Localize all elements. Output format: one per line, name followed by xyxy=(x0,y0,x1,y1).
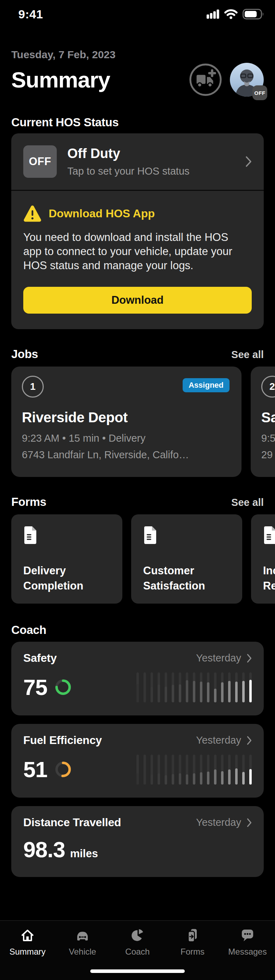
tab-label: Forms xyxy=(181,947,205,957)
chevron-right-icon xyxy=(247,654,252,663)
job-card[interactable]: 1 Assigned Riverside Depot 9:23 AM • 15 … xyxy=(11,366,242,477)
coach-card-title: Fuel Efficiency xyxy=(23,734,102,747)
safety-score-ring xyxy=(54,678,72,696)
job-number-badge: 1 xyxy=(22,376,44,398)
page-header: Tuesday, 7 Feb, 2023 Summary xyxy=(0,49,275,97)
coach-card-title: Distance Travelled xyxy=(23,816,121,829)
tab-messages[interactable]: Messages xyxy=(220,921,275,980)
coach-card-title: Safety xyxy=(23,652,57,665)
home-indicator[interactable] xyxy=(90,969,185,973)
form-label: IncRep xyxy=(263,563,275,593)
form-card[interactable]: CustomerSatisfaction xyxy=(131,514,242,604)
job-meta: 9:5 xyxy=(261,433,275,444)
forms-see-all-link[interactable]: See all xyxy=(231,497,264,508)
profile-avatar[interactable]: OFF xyxy=(230,63,264,97)
form-label: DeliveryCompletion xyxy=(23,563,110,593)
form-card[interactable]: DeliveryCompletion xyxy=(11,514,122,604)
tab-label: Summary xyxy=(10,947,46,957)
hos-status-square: OFF xyxy=(23,145,57,178)
forms-section-title: Forms xyxy=(11,495,46,509)
hos-section-title: Current HOS Status xyxy=(11,116,118,129)
tab-label: Messages xyxy=(228,947,267,957)
job-status-badge: Assigned xyxy=(183,378,229,392)
job-title: Riverside Depot xyxy=(22,410,231,425)
wifi-icon xyxy=(224,9,238,19)
hos-status-row[interactable]: OFF Off Duty Tap to set your HOS status xyxy=(11,134,264,190)
chevron-right-icon xyxy=(247,736,252,745)
header-date: Tuesday, 7 Feb, 2023 xyxy=(11,49,264,60)
hos-warning-block: Download HOS App You need to download an… xyxy=(11,191,264,329)
jobs-see-all-link[interactable]: See all xyxy=(231,349,264,361)
hos-status-label: Off Duty xyxy=(67,146,235,161)
job-number-badge: 2 xyxy=(261,376,275,398)
chevron-right-icon xyxy=(245,156,252,167)
tab-summary[interactable]: Summary xyxy=(0,921,55,980)
coach-period-label: Yesterday xyxy=(196,817,241,828)
safety-bar-chart xyxy=(137,672,252,702)
job-card[interactable]: 2 Sa 9:5 29 xyxy=(251,366,275,477)
home-icon xyxy=(19,926,36,944)
distance-unit: miles xyxy=(70,847,98,860)
coach-section-title: Coach xyxy=(11,624,46,637)
jobs-carousel: 1 Assigned Riverside Depot 9:23 AM • 15 … xyxy=(0,366,275,477)
coach-card-fuel-efficiency[interactable]: Fuel Efficiency Yesterday 51 xyxy=(11,724,264,798)
distance-value: 98.3 xyxy=(23,837,65,862)
document-icon xyxy=(23,527,37,544)
signal-icon xyxy=(207,10,219,19)
coach-card-distance[interactable]: Distance Travelled Yesterday 98.3 miles xyxy=(11,806,264,877)
fuel-efficiency-score-ring xyxy=(54,760,72,778)
job-meta: 9:23 AM • 15 min • Delivery xyxy=(22,433,231,444)
hos-card: OFF Off Duty Tap to set your HOS status … xyxy=(11,134,264,329)
coach-list: Safety Yesterday 75 Fuel Efficiency Yest… xyxy=(11,642,264,877)
warning-title: Download HOS App xyxy=(49,207,155,220)
coach-period-label: Yesterday xyxy=(196,735,241,746)
avatar-status-badge: OFF xyxy=(253,85,267,100)
hos-status-hint: Tap to set your HOS status xyxy=(67,165,235,177)
document-icon xyxy=(143,527,157,544)
form-card[interactable]: IncRep xyxy=(251,514,275,604)
fuel-efficiency-score: 51 xyxy=(23,757,47,782)
status-bar: 9:41 xyxy=(0,0,275,23)
tab-label: Coach xyxy=(125,947,149,957)
forms-icon xyxy=(185,926,200,944)
battery-icon xyxy=(243,9,264,19)
warning-body: You need to download and install the HOS… xyxy=(23,231,239,273)
warning-triangle-icon xyxy=(23,205,41,222)
job-address: 29 xyxy=(261,449,275,461)
tab-label: Vehicle xyxy=(69,947,96,957)
job-address: 6743 Landfair Ln, Riverside, Califo… xyxy=(22,449,231,461)
status-time: 9:41 xyxy=(18,7,43,21)
coach-period-label: Yesterday xyxy=(196,652,241,664)
safety-score: 75 xyxy=(23,675,47,700)
page-title: Summary xyxy=(11,63,110,97)
status-icons xyxy=(207,9,264,19)
pie-chart-icon xyxy=(130,926,145,944)
download-button[interactable]: Download xyxy=(23,287,252,313)
form-label: CustomerSatisfaction xyxy=(143,563,230,593)
coach-card-safety[interactable]: Safety Yesterday 75 xyxy=(11,642,264,716)
forms-carousel: DeliveryCompletion CustomerSatisfaction … xyxy=(0,514,275,604)
job-title: Sa xyxy=(261,410,275,425)
messages-icon xyxy=(239,926,256,944)
jobs-section-title: Jobs xyxy=(11,347,38,361)
fuel-efficiency-bar-chart xyxy=(137,754,252,784)
car-icon xyxy=(74,926,91,944)
add-vehicle-button[interactable] xyxy=(189,63,222,96)
chevron-right-icon xyxy=(247,818,252,827)
truck-add-icon xyxy=(189,63,222,96)
document-icon xyxy=(263,527,275,544)
